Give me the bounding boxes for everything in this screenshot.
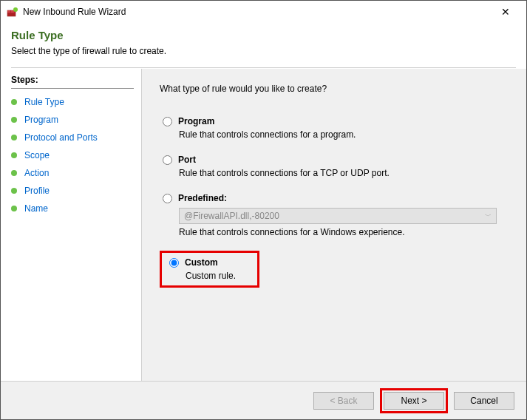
option-port: Port Rule that controls connections for …: [160, 153, 509, 180]
step-bullet-icon: [11, 135, 17, 140]
main-panel: What type of rule would you like to crea…: [142, 69, 526, 381]
option-port-desc: Rule that controls connections for a TCP…: [179, 168, 506, 178]
option-port-label: Port: [178, 155, 196, 165]
predefined-selected-value: @FirewallAPI.dll,-80200: [184, 211, 279, 221]
option-program: Program Rule that controls connections f…: [160, 115, 509, 141]
step-profile[interactable]: Profile: [11, 182, 141, 200]
step-bullet-icon: [11, 206, 17, 211]
highlight-next: Next >: [380, 388, 448, 413]
step-bullet-icon: [11, 99, 17, 105]
cancel-button[interactable]: Cancel: [454, 392, 514, 410]
step-link[interactable]: Rule Type: [24, 97, 64, 107]
wizard-footer: < Back Next > Cancel: [1, 381, 526, 419]
radio-custom[interactable]: [169, 258, 179, 268]
option-custom-label: Custom: [185, 257, 218, 268]
wizard-header: Rule Type Select the type of firewall ru…: [1, 23, 526, 67]
close-button[interactable]: ✕: [491, 1, 520, 22]
option-custom-desc: Custom rule.: [186, 271, 250, 281]
window-title: New Inbound Rule Wizard: [23, 7, 126, 17]
radio-program[interactable]: [163, 117, 172, 126]
page-subtitle: Select the type of firewall rule to crea…: [11, 46, 516, 56]
svg-rect-3: [7, 13, 16, 16]
header-divider: [11, 67, 516, 68]
step-rule-type[interactable]: Rule Type: [11, 93, 141, 111]
step-scope[interactable]: Scope: [11, 146, 141, 164]
option-predefined-desc: Rule that controls connections for a Win…: [179, 227, 506, 237]
radio-predefined[interactable]: [163, 194, 172, 203]
svg-rect-1: [7, 10, 10, 13]
step-bullet-icon: [11, 117, 17, 123]
step-link[interactable]: Profile: [24, 186, 50, 196]
back-button: < Back: [313, 392, 374, 410]
steps-heading: Steps:: [11, 73, 134, 89]
step-link[interactable]: Program: [24, 115, 58, 125]
step-bullet-icon: [11, 170, 17, 176]
predefined-dropdown: @FirewallAPI.dll,-80200 ﹀: [179, 208, 497, 224]
option-program-desc: Rule that controls connections for a pro…: [179, 129, 506, 140]
content-area: Steps: Rule Type Program Protocol and Po…: [1, 69, 526, 381]
svg-point-4: [13, 7, 18, 12]
titlebar: New Inbound Rule Wizard ✕: [1, 1, 526, 23]
radio-port[interactable]: [163, 155, 172, 165]
steps-sidebar: Steps: Rule Type Program Protocol and Po…: [1, 69, 141, 381]
question-text: What type of rule would you like to crea…: [160, 84, 509, 94]
close-icon: ✕: [501, 6, 510, 18]
step-link[interactable]: Action: [24, 168, 49, 178]
option-predefined-label: Predefined:: [178, 193, 227, 203]
option-program-label: Program: [178, 116, 214, 126]
step-bullet-icon: [11, 152, 17, 158]
option-custom: Custom Custom rule.: [166, 256, 253, 282]
step-name[interactable]: Name: [11, 200, 141, 217]
option-predefined: Predefined: @FirewallAPI.dll,-80200 ﹀ Ru…: [160, 192, 509, 239]
chevron-down-icon: ﹀: [485, 211, 492, 221]
highlight-custom: Custom Custom rule.: [160, 251, 259, 288]
step-protocol-ports[interactable]: Protocol and Ports: [11, 129, 141, 146]
step-link[interactable]: Scope: [24, 150, 50, 160]
next-button[interactable]: Next >: [384, 392, 444, 410]
step-bullet-icon: [11, 188, 17, 194]
step-action[interactable]: Action: [11, 164, 141, 182]
step-link[interactable]: Name: [24, 203, 48, 214]
step-link[interactable]: Protocol and Ports: [24, 132, 98, 143]
step-program[interactable]: Program: [11, 111, 141, 129]
firewall-icon: [7, 6, 18, 18]
page-title: Rule Type: [11, 29, 516, 41]
